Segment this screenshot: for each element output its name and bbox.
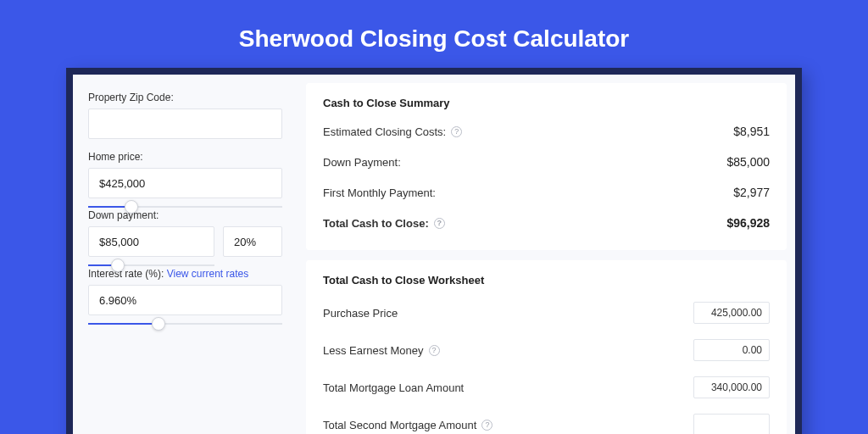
help-icon[interactable]: ? [434, 218, 445, 229]
view-rates-link[interactable]: View current rates [167, 268, 249, 280]
summary-row: First Monthly Payment:$2,977 [323, 186, 770, 199]
zip-input[interactable] [88, 108, 282, 139]
calculator-panel: Property Zip Code: Home price: Down paym… [73, 75, 795, 434]
summary-card: Cash to Close Summary Estimated Closing … [306, 83, 787, 250]
inputs-column: Property Zip Code: Home price: Down paym… [73, 75, 298, 434]
worksheet-row-label: Purchase Price [323, 307, 398, 320]
results-column: Cash to Close Summary Estimated Closing … [298, 75, 795, 434]
summary-row-label: Total Cash to Close:? [323, 217, 445, 230]
down-payment-slider[interactable] [88, 264, 214, 266]
worksheet-row-input[interactable] [693, 414, 770, 434]
summary-row: Estimated Closing Costs:?$8,951 [323, 125, 770, 138]
worksheet-row: Total Second Mortgage Amount? [323, 414, 770, 434]
summary-row-label: Estimated Closing Costs:? [323, 125, 462, 138]
interest-input[interactable] [88, 285, 282, 315]
worksheet-row: Total Mortgage Loan Amount [323, 376, 770, 398]
home-price-label: Home price: [88, 151, 282, 163]
summary-row-label: First Monthly Payment: [323, 186, 436, 199]
interest-field-group: Interest rate (%): View current rates [88, 268, 282, 314]
calculator-panel-shadow: Property Zip Code: Home price: Down paym… [66, 68, 802, 434]
summary-row-value: $2,977 [733, 186, 770, 199]
worksheet-row-label: Total Mortgage Loan Amount [323, 381, 464, 394]
down-payment-label: Down payment: [88, 209, 282, 221]
down-payment-field-group: Down payment: [88, 209, 282, 256]
home-price-slider[interactable] [88, 206, 282, 208]
worksheet-row: Purchase Price [323, 302, 770, 324]
summary-row: Total Cash to Close:?$96,928 [323, 216, 770, 230]
summary-row-label: Down Payment: [323, 156, 401, 169]
worksheet-row: Less Earnest Money? [323, 339, 770, 361]
help-icon[interactable]: ? [481, 420, 492, 431]
help-icon[interactable]: ? [451, 126, 462, 137]
worksheet-row-input[interactable] [693, 302, 770, 324]
worksheet-row-input[interactable] [693, 339, 770, 361]
interest-label-text: Interest rate (%): [88, 268, 167, 280]
zip-field-group: Property Zip Code: [88, 92, 282, 139]
help-icon[interactable]: ? [429, 345, 440, 356]
summary-row-value: $8,951 [733, 125, 770, 138]
down-payment-pct-input[interactable] [223, 226, 282, 257]
worksheet-row-label: Less Earnest Money? [323, 344, 440, 357]
worksheet-card: Total Cash to Close Worksheet Purchase P… [306, 260, 787, 434]
page-title: Sherwood Closing Cost Calculator [0, 0, 868, 68]
summary-row-value: $96,928 [726, 216, 770, 230]
home-price-input[interactable] [88, 168, 282, 198]
zip-label: Property Zip Code: [88, 92, 282, 103]
summary-title: Cash to Close Summary [323, 97, 770, 109]
home-price-field-group: Home price: [88, 151, 282, 198]
down-payment-input[interactable] [88, 226, 214, 257]
worksheet-title: Total Cash to Close Worksheet [323, 274, 770, 287]
interest-slider[interactable] [88, 323, 282, 325]
worksheet-row-input[interactable] [693, 376, 770, 398]
worksheet-row-label: Total Second Mortgage Amount? [323, 419, 492, 431]
summary-row: Down Payment:$85,000 [323, 155, 770, 169]
summary-row-value: $85,000 [726, 155, 770, 169]
